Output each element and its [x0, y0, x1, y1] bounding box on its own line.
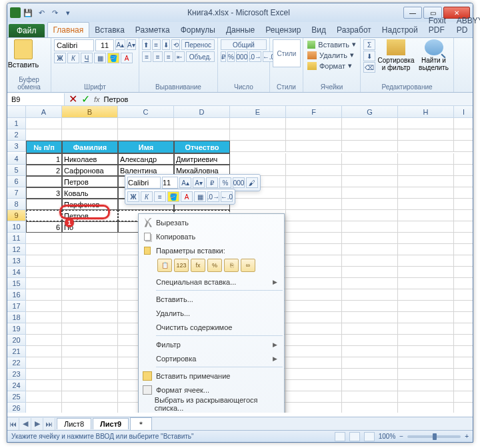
cell[interactable]: [454, 346, 473, 357]
cell[interactable]: [398, 335, 454, 346]
cell[interactable]: [398, 165, 454, 176]
cell[interactable]: [26, 391, 62, 403]
row-header[interactable]: 3: [7, 141, 26, 152]
mt-bold-icon[interactable]: Ж: [127, 191, 139, 202]
zoom-in-icon[interactable]: +: [465, 433, 469, 440]
col-header[interactable]: A: [26, 106, 62, 118]
cell[interactable]: [398, 346, 454, 357]
sheet-tab-2[interactable]: Лист9: [93, 418, 129, 429]
mt-brush-icon[interactable]: 🖌: [246, 177, 258, 188]
cancel-icon[interactable]: ✕: [69, 93, 77, 105]
cell[interactable]: [454, 199, 473, 210]
currency-icon[interactable]: ₽: [221, 51, 226, 62]
cell[interactable]: [342, 323, 398, 335]
cell[interactable]: [398, 221, 454, 233]
cell[interactable]: [26, 199, 62, 210]
cell[interactable]: [454, 369, 473, 380]
font-color-icon[interactable]: A: [121, 53, 133, 63]
cell[interactable]: [62, 346, 118, 357]
cell[interactable]: [398, 255, 454, 267]
cell[interactable]: [286, 153, 342, 165]
fx-icon[interactable]: fx: [94, 95, 100, 103]
cell[interactable]: [398, 118, 454, 129]
tab-review[interactable]: Рецензир: [260, 23, 306, 37]
paste-opt-2[interactable]: 123: [174, 259, 189, 272]
underline-icon[interactable]: Ч: [81, 53, 93, 63]
cell[interactable]: [398, 289, 454, 301]
cell[interactable]: [26, 176, 62, 187]
styles-button[interactable]: Стили: [273, 39, 301, 67]
mt-border-icon[interactable]: ▦: [194, 191, 206, 202]
row-header[interactable]: 20: [7, 335, 26, 346]
cell[interactable]: Парфенов: [62, 199, 118, 210]
redo-icon[interactable]: ↷: [49, 7, 61, 19]
cell[interactable]: [342, 129, 398, 141]
cell[interactable]: [26, 118, 62, 129]
cell[interactable]: [398, 199, 454, 210]
cell[interactable]: [342, 267, 398, 278]
cell[interactable]: [286, 165, 342, 176]
wrap-text-button[interactable]: Перенос: [181, 39, 215, 50]
cell[interactable]: [342, 357, 398, 369]
cell[interactable]: [454, 323, 473, 335]
ctx-delete[interactable]: Удалить...: [139, 306, 284, 320]
col-header[interactable]: H: [398, 106, 454, 118]
row-header[interactable]: 7: [7, 187, 26, 199]
row-header[interactable]: 25: [7, 391, 26, 403]
cell[interactable]: [286, 267, 342, 278]
thousands-icon[interactable]: 000: [236, 51, 248, 62]
italic-icon[interactable]: К: [67, 53, 79, 63]
cell[interactable]: [62, 323, 118, 335]
cell[interactable]: 6: [26, 221, 62, 233]
cell[interactable]: [342, 255, 398, 267]
cell[interactable]: [454, 335, 473, 346]
cell[interactable]: [342, 289, 398, 301]
cell[interactable]: [286, 403, 342, 413]
cell[interactable]: [454, 301, 473, 312]
tab-nav-first[interactable]: ⏮: [7, 418, 19, 430]
cell[interactable]: [398, 267, 454, 278]
cell[interactable]: [454, 221, 473, 233]
ctx-clear[interactable]: Очистить содержимое: [139, 320, 284, 334]
row-header[interactable]: 1: [7, 118, 26, 129]
autosum-icon[interactable]: Σ: [363, 39, 375, 50]
cell[interactable]: [398, 369, 454, 380]
orientation-icon[interactable]: ⟲: [171, 39, 180, 50]
cell[interactable]: [342, 165, 398, 176]
cell[interactable]: [26, 301, 62, 312]
mt-fill-icon[interactable]: 🪣: [167, 191, 179, 202]
tab-nav-prev[interactable]: ◀: [19, 418, 31, 430]
cell[interactable]: [454, 210, 473, 221]
ctx-paste-special[interactable]: Специальная вставка...▶: [139, 275, 284, 289]
cell[interactable]: [398, 380, 454, 391]
cell[interactable]: [454, 312, 473, 323]
cell[interactable]: [230, 129, 286, 141]
fill-icon[interactable]: ⬇: [363, 51, 375, 61]
cell[interactable]: [62, 312, 118, 323]
paste-button[interactable]: Вставить: [10, 39, 37, 69]
cell[interactable]: [342, 221, 398, 233]
cell[interactable]: [342, 380, 398, 391]
cell[interactable]: [454, 267, 473, 278]
cell[interactable]: [454, 187, 473, 199]
cell[interactable]: [342, 301, 398, 312]
col-header[interactable]: B: [62, 106, 118, 118]
cell[interactable]: [286, 187, 342, 199]
cell[interactable]: [398, 233, 454, 244]
row-header[interactable]: 9: [7, 210, 26, 221]
cell[interactable]: [398, 323, 454, 335]
paste-opt-4[interactable]: %: [207, 259, 222, 272]
ctx-format[interactable]: Формат ячеек...: [139, 383, 284, 397]
cell[interactable]: [286, 210, 342, 221]
row-header[interactable]: 14: [7, 267, 26, 278]
cell[interactable]: [286, 380, 342, 391]
cell[interactable]: [286, 255, 342, 267]
cell[interactable]: Дмитриевич: [174, 153, 230, 165]
mt-grow-icon[interactable]: A▴: [179, 177, 191, 188]
ctx-insert[interactable]: Вставить...: [139, 292, 284, 306]
cell[interactable]: [62, 403, 118, 413]
row-header[interactable]: 6: [7, 176, 26, 187]
align-mid-icon[interactable]: ≡: [152, 39, 161, 50]
align-center-icon[interactable]: ≡: [153, 51, 162, 62]
cell[interactable]: [454, 391, 473, 403]
